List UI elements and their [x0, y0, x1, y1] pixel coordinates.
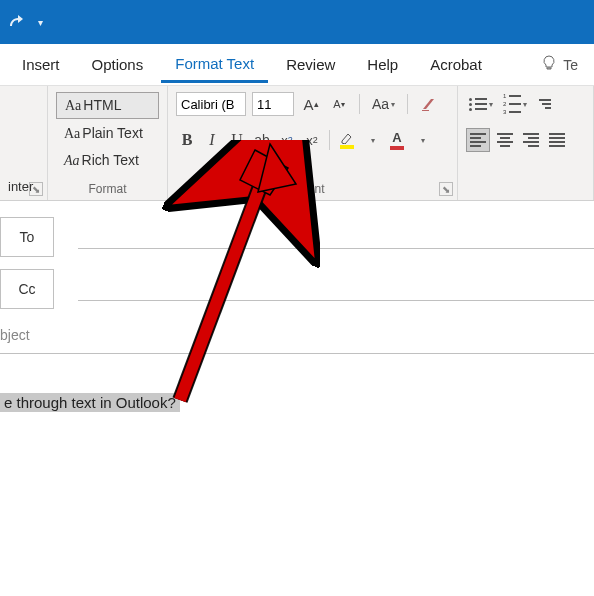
font-color-chip	[390, 146, 404, 150]
align-justify-button[interactable]	[546, 128, 568, 152]
underline-button[interactable]: U	[226, 128, 248, 152]
italic-button[interactable]: I	[201, 128, 223, 152]
font-color-button[interactable]: A	[386, 128, 408, 152]
lightbulb-icon	[541, 55, 557, 74]
highlighter-icon	[340, 132, 354, 144]
ribbon: inter ⬊ AaHTML AaPlain Text AaRich Text …	[0, 86, 594, 201]
align-left-button[interactable]	[466, 128, 490, 152]
ribbon-tabs: Insert Options Format Text Review Help A…	[0, 44, 594, 86]
align-center-icon	[497, 133, 513, 147]
grow-font-icon: A	[303, 96, 313, 113]
font-launcher-icon[interactable]: ⬊	[439, 182, 453, 196]
clear-formatting-button[interactable]	[417, 92, 441, 116]
selected-body-text: e through text in Outlook?	[0, 393, 180, 412]
tab-format-text[interactable]: Format Text	[161, 47, 268, 83]
font-group: A▴ A▾ Aa▾ B I U ab x2 x2	[168, 86, 458, 200]
align-justify-icon	[549, 133, 565, 147]
numbering-icon: 1 2 3	[503, 93, 521, 115]
to-field[interactable]	[78, 225, 594, 249]
format-rich-button[interactable]: AaRich Text	[56, 148, 159, 173]
format-plain-label: Plain Text	[82, 125, 142, 141]
customize-qat-icon[interactable]: ▾	[38, 17, 43, 28]
format-html-label: HTML	[83, 97, 121, 113]
tab-acrobat[interactable]: Acrobat	[416, 48, 496, 81]
font-group-label: Font	[176, 180, 449, 198]
tab-review[interactable]: Review	[272, 48, 349, 81]
font-color-dropdown[interactable]: ▾	[411, 128, 433, 152]
tell-me-search[interactable]: Te	[533, 55, 586, 74]
format-group: AaHTML AaPlain Text AaRich Text Format	[48, 86, 168, 200]
message-body[interactable]: e through text in Outlook?	[0, 354, 594, 411]
bullets-button[interactable]: ▾	[466, 92, 496, 116]
clear-formatting-icon	[420, 95, 438, 113]
shrink-font-button[interactable]: A▾	[328, 92, 350, 116]
undo-icon[interactable]	[10, 13, 26, 32]
cc-field[interactable]	[78, 277, 594, 301]
align-right-icon	[523, 133, 539, 147]
bold-button[interactable]: B	[176, 128, 198, 152]
highlight-color-chip	[340, 145, 354, 149]
font-color-a-icon: A	[392, 130, 401, 145]
tab-insert[interactable]: Insert	[8, 48, 74, 81]
strikethrough-button[interactable]: ab	[251, 128, 273, 152]
title-bar: ▾	[0, 0, 594, 44]
cc-button[interactable]: Cc	[0, 269, 54, 309]
clipboard-group: inter ⬊	[0, 86, 48, 200]
align-left-icon	[470, 133, 486, 147]
grow-font-button[interactable]: A▴	[300, 92, 322, 116]
tell-me-label: Te	[563, 57, 578, 73]
format-group-label: Format	[56, 180, 159, 198]
tab-help[interactable]: Help	[353, 48, 412, 81]
change-case-button[interactable]: Aa▾	[369, 92, 398, 116]
font-name-select[interactable]	[176, 92, 246, 116]
tab-options[interactable]: Options	[78, 48, 158, 81]
multilevel-list-button[interactable]	[534, 92, 556, 116]
format-plain-button[interactable]: AaPlain Text	[56, 121, 159, 146]
format-html-button[interactable]: AaHTML	[56, 92, 159, 119]
compose-area: To Cc bject e through text in Outlook?	[0, 201, 594, 411]
paragraph-group: ▾ 1 2 3 ▾	[458, 86, 594, 200]
highlight-color-button[interactable]	[336, 128, 358, 152]
subscript-button[interactable]: x2	[276, 128, 298, 152]
multilevel-icon	[539, 99, 551, 109]
align-right-button[interactable]	[520, 128, 542, 152]
clipboard-launcher-icon[interactable]: ⬊	[29, 182, 43, 196]
subscript-2: 2	[288, 135, 293, 145]
change-case-icon: Aa	[372, 96, 389, 112]
format-rich-label: Rich Text	[82, 152, 139, 168]
subject-label: bject	[0, 327, 30, 343]
font-size-select[interactable]	[252, 92, 294, 116]
bullets-icon	[469, 98, 487, 111]
superscript-button[interactable]: x2	[301, 128, 323, 152]
highlight-dropdown[interactable]: ▾	[361, 128, 383, 152]
align-center-button[interactable]	[494, 128, 516, 152]
superscript-2: 2	[313, 135, 318, 145]
numbering-button[interactable]: 1 2 3 ▾	[500, 92, 530, 116]
shrink-font-icon: A	[333, 98, 340, 110]
to-button[interactable]: To	[0, 217, 54, 257]
